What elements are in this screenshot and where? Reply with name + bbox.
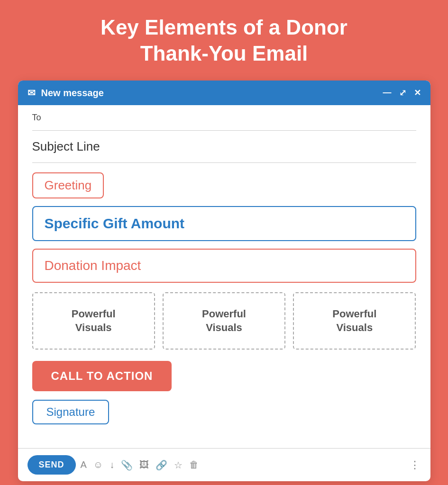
donation-impact-label: Donation Impact: [45, 258, 141, 273]
cta-button[interactable]: CALL TO ACTION: [32, 361, 172, 391]
email-header-left: ✉ New message: [27, 87, 104, 99]
email-window: ✉ New message — ⤢ ✕ To Subject Line Gree…: [18, 81, 430, 481]
format-text-icon[interactable]: A: [81, 459, 87, 470]
cta-container: CALL TO ACTION: [32, 361, 416, 400]
visual-label-1: PowerfulVisuals: [72, 308, 116, 333]
signature-label: Signature: [46, 405, 95, 418]
delete-icon[interactable]: 🗑: [189, 459, 199, 470]
greeting-box: Greeting: [32, 172, 104, 198]
visual-box-1: PowerfulVisuals: [32, 292, 155, 350]
content-area: Greeting Specific Gift Amount Donation I…: [32, 163, 416, 443]
visual-box-3: PowerfulVisuals: [293, 292, 416, 350]
attachment-icon[interactable]: 📎: [121, 459, 133, 471]
close-button[interactable]: ✕: [414, 88, 421, 98]
subject-label: Subject Line: [32, 139, 100, 153]
page-title: Key Elements of a Donor Thank-You Email: [101, 14, 347, 66]
emoji-icon[interactable]: ☺: [93, 459, 103, 470]
more-options-icon[interactable]: ⋮: [410, 459, 421, 471]
to-field: To: [32, 105, 416, 131]
expand-button[interactable]: ⤢: [399, 88, 406, 98]
signature-box: Signature: [32, 400, 110, 424]
email-header: ✉ New message — ⤢ ✕: [18, 81, 430, 105]
new-message-label: New message: [41, 88, 104, 99]
send-button[interactable]: SEND: [27, 455, 76, 475]
email-header-controls: — ⤢ ✕: [383, 88, 421, 98]
visual-label-3: PowerfulVisuals: [332, 308, 376, 333]
greeting-label: Greeting: [45, 178, 92, 192]
minimize-button[interactable]: —: [383, 88, 392, 98]
toolbar-icons: A ☺ ↓ 📎 🖼 🔗 ☆ 🗑: [81, 459, 199, 471]
star-icon[interactable]: ☆: [174, 459, 183, 471]
email-toolbar: SEND A ☺ ↓ 📎 🖼 🔗 ☆ 🗑 ⋮: [18, 448, 430, 481]
gift-amount-box: Specific Gift Amount: [32, 206, 416, 241]
email-icon: ✉: [27, 87, 36, 99]
gift-amount-label: Specific Gift Amount: [45, 216, 185, 231]
visual-box-2: PowerfulVisuals: [163, 292, 285, 350]
toolbar-left: SEND A ☺ ↓ 📎 🖼 🔗 ☆ 🗑: [27, 455, 199, 475]
to-label: To: [32, 113, 41, 122]
link-icon[interactable]: 🔗: [155, 459, 167, 471]
visuals-row: PowerfulVisuals PowerfulVisuals Powerful…: [32, 292, 416, 350]
subject-field: Subject Line: [32, 131, 416, 163]
image-icon[interactable]: 🖼: [139, 459, 149, 470]
email-body: To Subject Line Greeting Specific Gift A…: [18, 105, 430, 448]
donation-impact-box: Donation Impact: [32, 249, 416, 283]
download-icon[interactable]: ↓: [110, 459, 114, 470]
visual-label-2: PowerfulVisuals: [202, 308, 246, 333]
